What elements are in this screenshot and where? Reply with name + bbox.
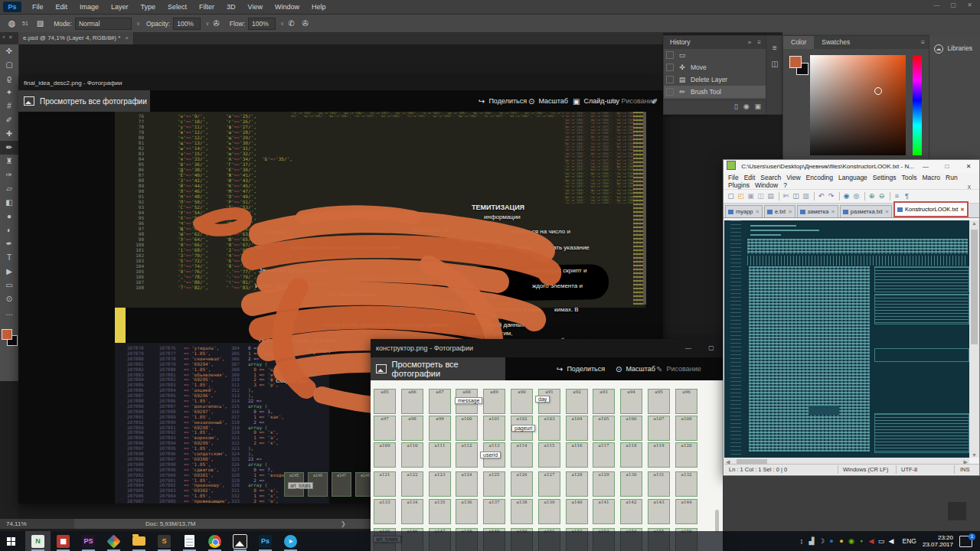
edit-create-icon[interactable]: ✐ xyxy=(652,90,662,112)
npp-menu-file[interactable]: File xyxy=(728,174,739,181)
eyedropper-tool[interactable]: ✐ xyxy=(0,113,18,127)
opacity-pressure-icon[interactable]: ✇ xyxy=(213,19,219,28)
npp-menu-help[interactable]: ? xyxy=(783,181,787,189)
scrollbar-thumb[interactable] xyxy=(971,230,978,344)
photoshop-window-controls[interactable]: — ▢ ✕ xyxy=(933,2,977,8)
tab-заметка[interactable]: заметка✕ xyxy=(797,205,838,217)
paste-icon[interactable]: ▥ xyxy=(802,192,810,201)
blue-ball-icon[interactable]: ● xyxy=(827,537,837,545)
save-all-icon[interactable]: ◫ xyxy=(756,192,765,201)
clone-source-panel-icon[interactable]: ◫ xyxy=(766,60,783,68)
close-tab-icon[interactable]: ✕ xyxy=(885,209,889,215)
menu-layer[interactable]: Layer xyxy=(105,3,135,11)
chrome[interactable] xyxy=(202,531,227,551)
undo-icon[interactable]: ↶ xyxy=(817,192,825,201)
type-tool[interactable]: T xyxy=(0,251,18,265)
menu-view[interactable]: View xyxy=(242,3,269,11)
clock[interactable]: 23:2023.07.2017 xyxy=(923,534,953,548)
healing-brush-tool[interactable]: ✚ xyxy=(0,127,18,141)
foreground-background-swatches[interactable] xyxy=(2,329,17,346)
red-grid-app[interactable]: ▦ xyxy=(51,531,76,551)
tab-e.txt[interactable]: e.txt✕ xyxy=(764,205,795,217)
npp-menu-macro[interactable]: Macro xyxy=(922,174,940,181)
history-state-partial[interactable]: ▭ xyxy=(664,49,766,61)
color-field[interactable] xyxy=(810,55,906,155)
wrap-icon[interactable]: ≡ xyxy=(893,192,901,201)
new-file-icon[interactable]: ▢ xyxy=(727,192,735,201)
find-icon[interactable]: ◉ xyxy=(842,192,851,201)
pen-tool[interactable]: ✒ xyxy=(0,237,18,251)
volume-icon[interactable]: ◀ xyxy=(887,537,897,545)
history-state-brush-tool[interactable]: ✏Brush Tool xyxy=(664,86,766,98)
photos2-scrollbar-thumb[interactable] xyxy=(715,510,719,533)
close-tab-icon[interactable]: ✕ xyxy=(960,207,964,213)
guide-icon[interactable]: ¶ xyxy=(903,192,911,201)
foreground-color[interactable] xyxy=(2,329,12,340)
network-icon[interactable]: ▭ xyxy=(877,537,887,545)
action-рисование[interactable]: ✎Рисование xyxy=(611,90,656,112)
zoom-out-icon[interactable]: ⊖ xyxy=(877,192,886,201)
hue-slider[interactable] xyxy=(913,55,922,155)
shape-tool[interactable]: ▭ xyxy=(0,279,18,292)
maximize-icon[interactable]: □ xyxy=(936,160,958,173)
start-button[interactable] xyxy=(0,531,25,551)
lasso-tool[interactable]: ϱ xyxy=(0,72,18,86)
panel-close-icon[interactable]: x xyxy=(968,183,971,191)
menu-type[interactable]: Type xyxy=(135,3,162,11)
notepadpp-editor[interactable] xyxy=(724,220,969,458)
foreground-color-swatch[interactable] xyxy=(789,56,802,68)
action-center-icon[interactable]: 1 xyxy=(959,536,972,547)
photos2-titlebar[interactable]: конструктор.png - Фотографии —▢ xyxy=(371,339,723,357)
crop-tool[interactable]: # xyxy=(0,99,18,113)
notepad-doc[interactable] xyxy=(177,531,202,551)
menu-3d[interactable]: 3D xyxy=(220,3,242,11)
npp-menu-tools[interactable]: Tools xyxy=(902,174,917,181)
maximize-icon[interactable]: ▢ xyxy=(700,339,723,357)
brush-panel-toggle-icon[interactable]: ▨ xyxy=(37,19,44,28)
path-select-tool[interactable]: ▶ xyxy=(0,265,18,279)
brush-tool[interactable]: ✏ xyxy=(0,141,18,155)
zoom-in-icon[interactable]: ⊕ xyxy=(867,192,876,201)
language-indicator[interactable]: ENG xyxy=(903,537,916,545)
vertical-scrollbar[interactable]: ▲ ▼ xyxy=(969,220,979,458)
marquee-tool[interactable]: ▢ xyxy=(0,58,18,72)
npp-menu-edit[interactable]: Edit xyxy=(744,174,756,181)
snapshot-icon[interactable]: ◉ xyxy=(743,103,750,110)
close-tab-icon[interactable]: ✕ xyxy=(756,209,760,215)
tab-KonstructorLOOK.txt[interactable]: KonstructorLOOK.txt✕ xyxy=(893,201,969,217)
copy-icon[interactable]: ◫ xyxy=(792,192,800,201)
history-checkbox[interactable] xyxy=(666,88,674,96)
zoom-level[interactable]: 74,11% xyxy=(0,519,74,529)
opacity-dropdown[interactable]: 100% xyxy=(173,18,201,30)
clone-stamp-tool[interactable]: ♜ xyxy=(0,155,18,168)
brush-preset-icon[interactable]: ◍ xyxy=(6,18,18,29)
photos1-titlebar[interactable]: final_idea_desc2.png - Фотографии xyxy=(18,77,663,90)
insert-mode[interactable]: INS xyxy=(960,465,970,474)
brush-settings-panel-icon[interactable]: ≡ xyxy=(766,44,783,52)
file-explorer[interactable] xyxy=(126,531,152,551)
print-icon[interactable]: ▤ xyxy=(766,192,775,201)
view-all-photos-button[interactable]: Просмотреть все фотографии xyxy=(371,357,505,380)
photos-app[interactable] xyxy=(227,531,253,551)
quick-selection-tool[interactable]: ✦ xyxy=(0,86,18,99)
minimize-icon[interactable]: — xyxy=(915,160,936,173)
view-all-photos-button[interactable]: Просмотреть все фотографии xyxy=(18,90,150,112)
encoding[interactable]: UTF-8 xyxy=(901,465,917,474)
history-checkbox[interactable] xyxy=(666,51,674,59)
menu-file[interactable]: File xyxy=(26,3,50,11)
green-save-icon[interactable]: ▪ xyxy=(857,537,867,545)
action-поделиться[interactable]: ↪Поделиться xyxy=(557,357,605,380)
sublime-text[interactable]: S xyxy=(152,531,177,551)
action-рисование[interactable]: ✎Рисование xyxy=(656,357,701,380)
menu-help[interactable]: Help xyxy=(305,3,332,11)
npp-menu-settings[interactable]: Settings xyxy=(873,174,897,181)
npp-menu-language[interactable]: Language xyxy=(838,174,867,181)
airbrush-icon[interactable]: ✆ xyxy=(288,19,294,28)
moon-icon[interactable]: ☽ xyxy=(817,537,827,545)
red-volume-icon[interactable]: ◀ xyxy=(867,537,877,545)
action-масштаб[interactable]: ⊙Масштаб xyxy=(616,357,655,380)
photoshop[interactable]: Ps xyxy=(253,531,278,551)
history-checkbox[interactable] xyxy=(666,64,674,71)
menu-image[interactable]: Image xyxy=(74,3,105,11)
replace-icon[interactable]: ◎ xyxy=(852,192,861,201)
